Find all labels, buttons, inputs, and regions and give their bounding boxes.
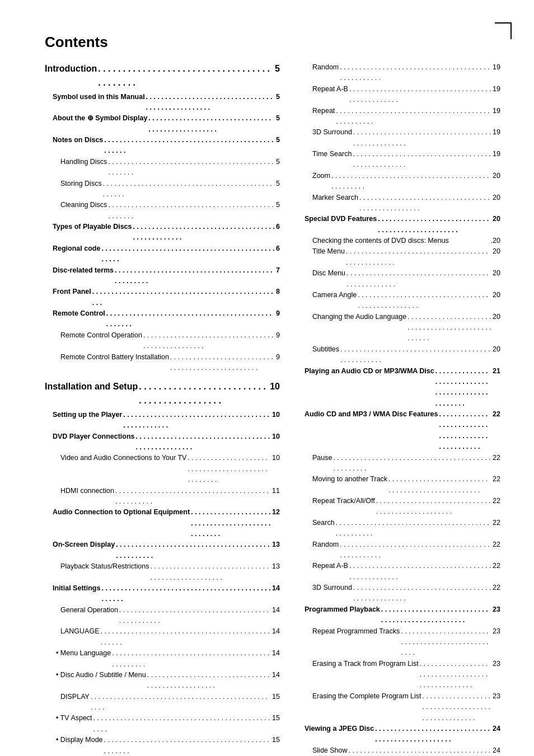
toc-text: Pause [312, 453, 332, 463]
list-item: • Disc Audio / Subtitle / Menu. . . . . … [45, 670, 280, 692]
toc-text: Types of Playable Discs [53, 222, 132, 232]
toc-text: Moving to another Track [312, 474, 387, 485]
list-item: Playing an Audio CD or MP3/WMA Disc. . .… [297, 366, 500, 410]
toc-dots: . . . . . . . . . . . . . . . . . . . . … [349, 84, 491, 106]
toc-text: Zoom [312, 171, 330, 181]
toc-text: Title Menu [312, 246, 345, 257]
toc-dots: . . . . . . . . . . . . . . . . . . . . … [146, 92, 275, 114]
toc-text: General Operation [60, 605, 118, 616]
list-item: Repeat Track/All/Off. . . . . . . . . . … [297, 496, 500, 518]
toc-text: Repeat A-B [312, 84, 348, 95]
toc-text: Marker Search [312, 192, 358, 203]
list-item: Moving to another Track. . . . . . . . .… [297, 474, 500, 496]
toc-dots: . . . . . . . . . . . . . . . . . . . . … [115, 265, 275, 287]
toc-page: 22 [493, 496, 500, 506]
section-header: Installation and Setup. . . . . . . . . … [45, 380, 280, 408]
toc-page: 20 [493, 312, 500, 322]
list-item: Video and Audio Connections to Your TV. … [45, 453, 280, 485]
toc-dots: . . . . . . . . . . . . . . . . . . . . … [112, 648, 271, 670]
toc-page: 14 [272, 583, 280, 594]
toc-dots: . . . . . . . . . . . . . . . . . . . . … [101, 583, 271, 605]
list-item: Audio Connection to Optional Equipment. … [45, 507, 280, 539]
list-item: Title Menu. . . . . . . . . . . . . . . … [297, 246, 500, 268]
toc-page: 8 [276, 287, 280, 297]
toc-dots: . . . . . . . . . . . . . . . . . . . . … [346, 246, 491, 268]
list-item: About the ⊕ Symbol Display. . . . . . . … [45, 113, 280, 135]
toc-page: 24 [493, 724, 500, 734]
toc-page: 20 [493, 171, 500, 181]
list-item: Remote Control Battery Installation. . .… [45, 352, 280, 374]
toc-dots: . . . . . . . . . . . . . . . . . . . . … [100, 626, 271, 648]
toc-text: Slide Show [312, 745, 348, 756]
toc-page: 6 [276, 243, 280, 254]
list-item: Changing the Audio Language. . . . . . .… [297, 312, 500, 344]
list-item: Repeat A-B. . . . . . . . . . . . . . . … [297, 561, 500, 583]
toc-dots: . . . . . . . . . . . . . . . . . . . . … [91, 692, 271, 713]
toc-text: • Disc Audio / Subtitle / Menu [56, 670, 146, 680]
toc-text: • Display Mode [56, 735, 103, 745]
list-item: Setting up the Player. . . . . . . . . .… [45, 410, 280, 431]
toc-dots: . . . . . . . . . . . . . . . . . . . . … [119, 605, 271, 627]
toc-page: 20 [493, 192, 500, 203]
toc-dots: . . . . . . . . . . . . . . . . . . . . … [439, 409, 491, 453]
toc-text: Audio CD and MP3 / WMA Disc Features [305, 409, 438, 420]
toc-dots: . . . . . . . . . . . . . . . . . . . . … [353, 149, 491, 171]
toc-dots: . . . . . . . . . . . . . . . . . . . . … [331, 171, 491, 192]
list-item: Repeat. . . . . . . . . . . . . . . . . … [297, 106, 500, 128]
toc-page: 23 [493, 691, 500, 702]
list-item: Erasing a Track from Program List. . . .… [297, 659, 500, 691]
left-column: Introduction. . . . . . . . . . . . . . … [45, 62, 280, 756]
toc-dots: . . . . . . . . . . . . . . . . . . . . … [381, 604, 491, 626]
toc-text: Random [312, 539, 339, 550]
toc-dots: . . . . . . . . . . . . . . . . . . . . … [104, 735, 271, 756]
list-item: HDMI connection. . . . . . . . . . . . .… [45, 486, 280, 508]
toc-page: 15 [272, 713, 280, 724]
toc-text: Repeat [312, 106, 335, 116]
list-item: Repeat Programmed Tracks. . . . . . . . … [297, 626, 500, 659]
toc-text: • Menu Language [56, 648, 111, 659]
toc-dots: . . . . . . . . . . . . . . . . . . . . … [93, 713, 271, 735]
list-item: • Display Mode. . . . . . . . . . . . . … [45, 735, 280, 756]
list-item: Marker Search. . . . . . . . . . . . . .… [297, 192, 500, 214]
toc-dots: . . . . . . . . . . . . . . . . . . . . … [116, 539, 271, 561]
toc-text: Random [312, 62, 339, 73]
list-item: Regional code. . . . . . . . . . . . . .… [45, 243, 280, 265]
list-item: LANGUAGE. . . . . . . . . . . . . . . . … [45, 626, 280, 648]
toc-text: Special DVD Features [305, 214, 377, 224]
toc-page: .20 [491, 236, 500, 246]
toc-text: Remote Control [53, 308, 105, 319]
list-item: Zoom. . . . . . . . . . . . . . . . . . … [297, 171, 500, 192]
toc-text: Audio Connection to Optional Equipment [53, 507, 190, 518]
toc-text: Time Search [312, 149, 352, 159]
border-top-h [495, 22, 512, 24]
toc-page: 9 [276, 308, 280, 319]
toc-dots: . . . . . . . . . . . . . . . . . . . . … [375, 724, 491, 745]
toc-page: 19 [493, 106, 500, 116]
toc-text: 3D Surround [312, 127, 352, 138]
toc-page: 19 [493, 127, 500, 138]
list-item: Notes on Discs. . . . . . . . . . . . . … [45, 135, 280, 157]
toc-text: Regional code [53, 243, 100, 254]
toc-text: LANGUAGE [60, 626, 99, 637]
toc-text: Programmed Playback [305, 604, 380, 615]
toc-text: Checking the contents of DVD discs: Menu… [312, 236, 449, 246]
toc-page: 24 [493, 745, 500, 756]
list-item: Pause. . . . . . . . . . . . . . . . . .… [297, 453, 500, 475]
toc-dots: . . . . . . . . . . . . . . . . . . . . … [115, 486, 271, 508]
toc-text: 3D Surround [312, 583, 352, 593]
toc-text: Cleaning Discs [60, 200, 107, 210]
toc-page: 6 [276, 222, 280, 232]
toc-dots: . . . . . . . . . . . . . . . . . . . . … [401, 626, 491, 659]
toc-dots: . . . . . . . . . . . . . . . . . . . . … [133, 222, 275, 243]
list-item: Camera Angle. . . . . . . . . . . . . . … [297, 290, 500, 312]
list-item: Handling Discs. . . . . . . . . . . . . … [45, 157, 280, 179]
toc-text: Erasing a Track from Program List [312, 659, 419, 669]
toc-text: Installation and Setup [45, 380, 138, 394]
toc-page: 14 [272, 670, 280, 680]
toc-text: Video and Audio Connections to Your TV [60, 453, 186, 463]
list-item: Special DVD Features. . . . . . . . . . … [297, 214, 500, 236]
toc-page: 12 [272, 507, 280, 518]
toc-page: 20 [493, 214, 500, 224]
toc-dots: . . . . . . . . . . . . . . . . . . . . … [92, 287, 275, 308]
toc-page: 9 [276, 330, 280, 341]
